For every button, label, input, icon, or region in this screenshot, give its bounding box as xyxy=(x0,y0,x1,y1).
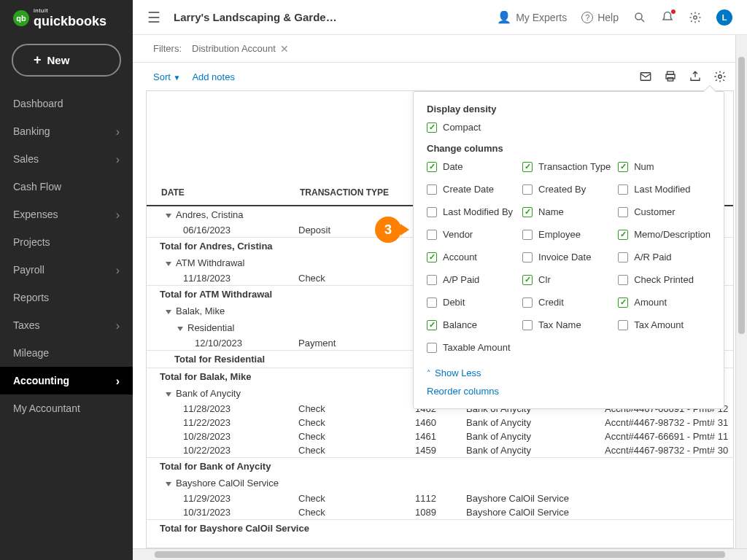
column-toggle-last-modified-by[interactable]: Last Modified By xyxy=(427,206,515,217)
checkbox-icon xyxy=(618,298,628,308)
table-row[interactable]: 11/22/2023Check1460Bank of AnycityAccnt#… xyxy=(147,416,733,429)
table-row[interactable]: 11/29/2023Check1112Bayshore CalOil Servi… xyxy=(147,491,733,505)
column-toggle-date[interactable]: Date xyxy=(427,161,515,172)
column-toggle-balance[interactable]: Balance xyxy=(427,319,515,330)
print-icon[interactable] xyxy=(664,70,677,83)
sort-label: Sort xyxy=(153,71,171,82)
checkbox-icon xyxy=(522,184,533,195)
sort-dropdown[interactable]: Sort ▼ xyxy=(153,71,180,82)
nav-item-payroll[interactable]: Payroll xyxy=(0,256,133,284)
column-toggle-taxable-amount[interactable]: Taxable Amount xyxy=(427,342,515,353)
nav-item-expenses[interactable]: Expenses xyxy=(0,201,133,228)
nav-item-accounting[interactable]: Accounting xyxy=(0,367,133,394)
column-label: Amount xyxy=(634,297,667,308)
column-toggle-memo-description[interactable]: Memo/Description xyxy=(618,229,711,240)
help-link[interactable]: ? Help xyxy=(581,12,619,23)
svg-rect-6 xyxy=(667,78,673,82)
horizontal-scrollbar[interactable] xyxy=(133,548,747,560)
show-less-link[interactable]: ˄ Show Less xyxy=(427,368,711,378)
column-label: Credit xyxy=(538,297,564,308)
column-label: Debit xyxy=(443,297,465,308)
nav-item-cash-flow[interactable]: Cash Flow xyxy=(0,173,133,201)
chevron-up-icon: ˄ xyxy=(427,369,430,377)
column-toggle-tax-amount[interactable]: Tax Amount xyxy=(618,319,711,330)
report-settings-gear-icon[interactable] xyxy=(713,70,727,83)
filters-label: Filters: xyxy=(153,43,182,54)
column-toggle-create-date[interactable]: Create Date xyxy=(427,184,515,195)
nav-item-projects[interactable]: Projects xyxy=(0,228,133,256)
column-label: Memo/Description xyxy=(634,229,711,240)
column-label: Balance xyxy=(443,319,477,330)
column-label: A/P Paid xyxy=(443,274,479,285)
column-toggle-credit[interactable]: Credit xyxy=(522,297,611,308)
column-toggle-employee[interactable]: Employee xyxy=(522,229,611,240)
table-row[interactable]: 10/31/2023Check1089Bayshore CalOil Servi… xyxy=(147,505,733,519)
new-button[interactable]: + New xyxy=(12,44,121,77)
column-toggle-invoice-date[interactable]: Invoice Date xyxy=(522,252,611,262)
add-notes-link[interactable]: Add notes xyxy=(192,71,235,82)
report-toolbar: Sort ▼ Add notes xyxy=(133,63,747,90)
nav-item-taxes[interactable]: Taxes xyxy=(0,311,133,339)
checkbox-icon xyxy=(522,252,533,262)
column-label: Last Modified xyxy=(634,184,690,195)
column-toggle-last-modified[interactable]: Last Modified xyxy=(618,184,711,195)
column-label: Account xyxy=(443,252,477,262)
export-icon[interactable] xyxy=(689,70,702,83)
column-toggle-a-p-paid[interactable]: A/P Paid xyxy=(427,274,515,285)
checkbox-icon xyxy=(427,343,437,353)
brand-logo: qb intuit quickbooks xyxy=(0,0,133,36)
nav-item-reports[interactable]: Reports xyxy=(0,284,133,311)
settings-gear-icon[interactable] xyxy=(689,11,702,24)
column-toggle-clr[interactable]: Clr xyxy=(522,274,611,285)
filter-chip[interactable]: Distribution Account ✕ xyxy=(192,43,289,55)
column-label: A/R Paid xyxy=(634,252,671,262)
column-toggle-check-printed[interactable]: Check Printed xyxy=(618,274,711,285)
filter-remove-icon[interactable]: ✕ xyxy=(280,43,289,55)
column-toggle-transaction-type[interactable]: Transaction Type xyxy=(522,161,611,172)
reorder-columns-link[interactable]: Reorder columns xyxy=(427,386,711,397)
column-label: Created By xyxy=(538,184,586,195)
col-ttype[interactable]: TRANSACTION TYPE xyxy=(298,184,415,201)
table-row[interactable]: 10/22/2023Check1459Bank of AnycityAccnt#… xyxy=(147,443,733,457)
search-icon[interactable] xyxy=(633,11,646,24)
column-toggle-debit[interactable]: Debit xyxy=(427,297,515,308)
checkbox-icon xyxy=(427,207,437,217)
checkbox-icon xyxy=(618,207,628,217)
column-toggle-created-by[interactable]: Created By xyxy=(522,184,611,195)
column-label: Clr xyxy=(538,274,551,285)
nav-item-mileage[interactable]: Mileage xyxy=(0,339,133,367)
total-row: Total for Bank of Anycity xyxy=(147,457,733,475)
nav-item-dashboard[interactable]: Dashboard xyxy=(0,90,133,117)
my-experts-link[interactable]: 👤 My Experts xyxy=(497,10,567,24)
nav-item-my-accountant[interactable]: My Accountant xyxy=(0,394,133,422)
column-toggle-name[interactable]: Name xyxy=(522,206,611,217)
nav-item-banking[interactable]: Banking xyxy=(0,117,133,145)
column-label: Create Date xyxy=(443,184,494,195)
notifications-icon[interactable] xyxy=(661,11,674,24)
plus-icon: + xyxy=(34,52,42,68)
new-button-label: New xyxy=(47,54,70,66)
checkbox-icon xyxy=(618,252,628,262)
column-toggle-tax-name[interactable]: Tax Name xyxy=(522,319,611,330)
company-name[interactable]: Larry's Landscaping & Garde… xyxy=(174,11,484,23)
column-toggle-amount[interactable]: Amount xyxy=(618,297,711,308)
table-row[interactable]: 10/28/2023Check1461Bank of AnycityAccnt#… xyxy=(147,429,733,443)
hamburger-icon[interactable]: ☰ xyxy=(147,9,160,26)
checkbox-icon xyxy=(618,184,628,195)
vertical-scrollbar[interactable] xyxy=(735,35,747,548)
columns-title: Change columns xyxy=(427,143,711,154)
column-toggle-account[interactable]: Account xyxy=(427,252,515,262)
column-toggle-num[interactable]: Num xyxy=(618,161,711,172)
nav-item-sales[interactable]: Sales xyxy=(0,145,133,173)
email-icon[interactable] xyxy=(639,70,652,83)
group-header[interactable]: Bayshore CalOil Service xyxy=(147,475,733,491)
col-date[interactable]: DATE xyxy=(160,184,298,201)
user-avatar[interactable]: L xyxy=(716,9,732,26)
column-toggle-customer[interactable]: Customer xyxy=(618,206,711,217)
column-label: Tax Amount xyxy=(634,319,684,330)
checkbox-icon xyxy=(618,320,628,330)
compact-checkbox[interactable]: Compact xyxy=(427,122,711,133)
checkbox-icon xyxy=(618,275,628,285)
column-toggle-vendor[interactable]: Vendor xyxy=(427,229,515,240)
column-toggle-a-r-paid[interactable]: A/R Paid xyxy=(618,252,711,262)
